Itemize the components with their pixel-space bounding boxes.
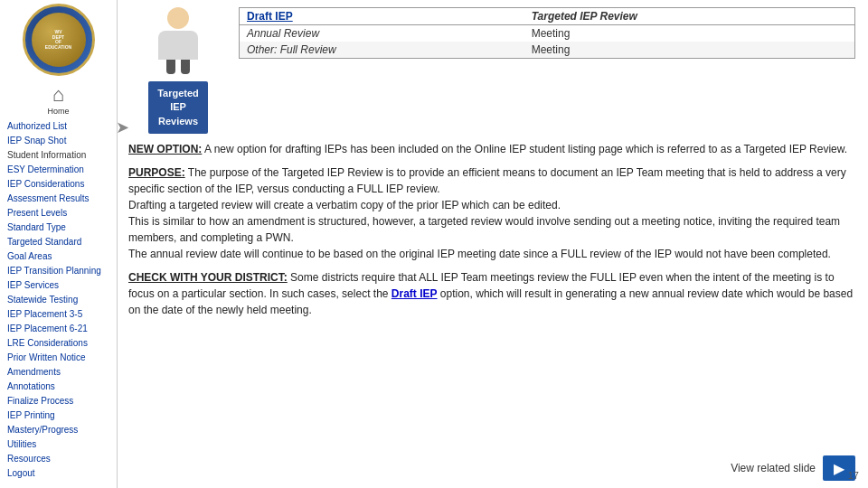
- person-leg-left: [166, 60, 175, 74]
- sidebar-item-iep-snapshot[interactable]: IEP Snap Shot: [4, 134, 113, 148]
- sidebar-item-authorized-list[interactable]: Authorized List: [4, 119, 113, 134]
- review-table-area: Draft IEP Targeted IEP Review Annual Rev…: [239, 7, 855, 61]
- person-figure: [158, 7, 198, 74]
- sidebar-item-prior-notice[interactable]: Prior Written Notice: [4, 351, 113, 365]
- sidebar-item-targeted-standard[interactable]: Targeted Standard: [4, 235, 113, 249]
- row2-col1: Other: Full Review: [240, 42, 524, 58]
- purpose-detail-3: The annual review date will continue to …: [128, 248, 831, 260]
- check-label: CHECK WITH YOUR DISTRICT:: [128, 271, 288, 284]
- sidebar-item-assessment[interactable]: Assessment Results: [4, 192, 113, 206]
- purpose-text: The purpose of the Targeted IEP Review i…: [128, 166, 846, 195]
- sidebar-item-resources[interactable]: Resources: [4, 452, 113, 466]
- content-text: NEW OPTION: A new option for drafting IE…: [128, 141, 855, 318]
- main-content: Targeted IEP Reviews Draft IEP Targeted …: [118, 0, 868, 488]
- check-paragraph: CHECK WITH YOUR DISTRICT: Some districts…: [128, 269, 855, 318]
- col-header-draft: Draft IEP: [240, 8, 524, 25]
- sidebar: WVDEPTOFEDUCATION ⌂ Home Authorized List…: [0, 0, 118, 488]
- sidebar-item-lre[interactable]: LRE Considerations: [4, 336, 113, 351]
- seal-text: WVDEPTOFEDUCATION: [45, 30, 71, 50]
- draft-iep-link[interactable]: Draft IEP: [392, 287, 438, 300]
- sidebar-item-placement-621[interactable]: IEP Placement 6-21: [4, 322, 113, 336]
- wv-seal: WVDEPTOFEDUCATION: [23, 4, 95, 76]
- bottom-nav: View related slide: [731, 455, 855, 481]
- sidebar-item-logout[interactable]: Logout: [4, 466, 113, 481]
- home-nav[interactable]: ⌂ Home: [47, 83, 69, 116]
- sidebar-item-iep-considerations[interactable]: IEP Considerations: [4, 177, 113, 192]
- person-leg-right: [181, 60, 190, 74]
- row2-col2: Meeting: [524, 42, 854, 58]
- row1-col1: Annual Review: [240, 25, 524, 42]
- person-legs: [166, 60, 190, 74]
- purpose-label: PURPOSE:: [128, 166, 185, 179]
- sidebar-item-standard-type[interactable]: Standard Type: [4, 221, 113, 235]
- view-related-label: View related slide: [731, 462, 816, 474]
- table-row: Annual Review Meeting: [240, 25, 854, 42]
- sidebar-item-goal-areas[interactable]: Goal Areas: [4, 249, 113, 264]
- purpose-detail-1: Drafting a targeted review will create a…: [128, 199, 561, 211]
- new-option-text: A new option for drafting IEPs has been …: [202, 143, 847, 155]
- page-number: 17: [848, 470, 859, 481]
- sidebar-item-present-levels[interactable]: Present Levels: [4, 206, 113, 221]
- home-icon: ⌂: [52, 83, 64, 107]
- person-head: [167, 7, 189, 29]
- sidebar-nav: Authorized List IEP Snap Shot Student In…: [0, 119, 117, 481]
- sidebar-item-statewide[interactable]: Statewide Testing: [4, 293, 113, 307]
- top-section: Targeted IEP Reviews Draft IEP Targeted …: [128, 7, 855, 134]
- sidebar-item-transition[interactable]: IEP Transition Planning: [4, 264, 113, 278]
- sidebar-item-printing[interactable]: IEP Printing: [4, 408, 113, 423]
- sidebar-item-amendments[interactable]: Amendments: [4, 365, 113, 380]
- person-body: [158, 31, 198, 60]
- purpose-paragraph: PURPOSE: The purpose of the Targeted IEP…: [128, 164, 855, 262]
- purpose-detail-2: This is similar to how an amendment is s…: [128, 215, 840, 244]
- sidebar-item-iep-services[interactable]: IEP Services: [4, 278, 113, 293]
- col-header-targeted: Targeted IEP Review: [524, 8, 854, 25]
- sidebar-item-finalize[interactable]: Finalize Process: [4, 394, 113, 408]
- home-label: Home: [47, 107, 69, 116]
- sidebar-item-utilities[interactable]: Utilities: [4, 437, 113, 452]
- seal-inner: WVDEPTOFEDUCATION: [32, 13, 86, 67]
- sidebar-item-esy[interactable]: ESY Determination: [4, 163, 113, 177]
- table-row: Other: Full Review Meeting: [240, 42, 854, 58]
- new-option-label: NEW OPTION:: [128, 143, 202, 155]
- review-table-wrapper: Draft IEP Targeted IEP Review Annual Rev…: [239, 7, 855, 59]
- sidebar-item-annotations[interactable]: Annotations: [4, 380, 113, 394]
- sidebar-item-mastery[interactable]: Mastery/Progress: [4, 423, 113, 437]
- targeted-reviews-badge: Targeted IEP Reviews: [148, 81, 208, 134]
- sidebar-item-placement-35[interactable]: IEP Placement 3-5: [4, 307, 113, 322]
- figure-area: Targeted IEP Reviews: [128, 7, 228, 134]
- review-table: Draft IEP Targeted IEP Review Annual Rev…: [240, 8, 854, 58]
- row1-col2: Meeting: [524, 25, 854, 42]
- new-option-paragraph: NEW OPTION: A new option for drafting IE…: [128, 141, 855, 157]
- sidebar-item-student-info[interactable]: Student Information: [4, 148, 113, 163]
